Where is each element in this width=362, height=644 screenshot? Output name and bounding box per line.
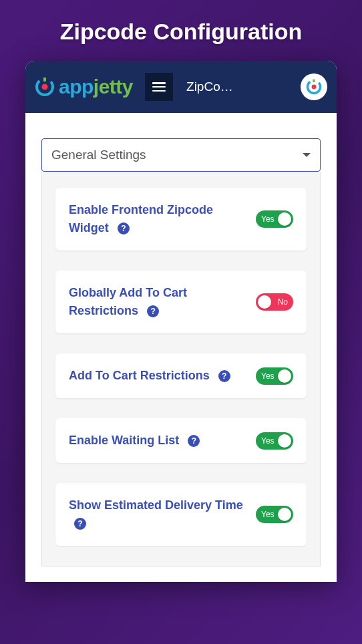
device-frame: appjetty ZipCo… General Settings Enable … bbox=[25, 61, 337, 582]
menu-button[interactable] bbox=[145, 73, 173, 101]
toggle-text: Yes bbox=[261, 214, 275, 224]
setting-card: Enable Frontend Zipcode Widget ?Yes bbox=[55, 188, 307, 251]
logo: appjetty bbox=[35, 75, 133, 98]
header-app-icon[interactable] bbox=[301, 73, 327, 100]
section-dropdown-label: General Settings bbox=[51, 148, 146, 162]
logo-icon bbox=[35, 77, 55, 97]
settings-panel: Enable Frontend Zipcode Widget ?YesGloba… bbox=[41, 172, 321, 567]
toggle-knob bbox=[278, 369, 291, 383]
toggle-knob bbox=[258, 295, 271, 309]
page-title: Zipcode Configuration bbox=[0, 0, 362, 61]
toggle[interactable]: No bbox=[256, 293, 293, 311]
setting-card: Enable Waiting List ?Yes bbox=[55, 418, 307, 463]
section-dropdown[interactable]: General Settings bbox=[41, 138, 321, 172]
app-header: appjetty ZipCo… bbox=[25, 61, 337, 113]
toggle-text: Yes bbox=[261, 510, 275, 519]
svg-point-1 bbox=[42, 84, 48, 90]
help-icon[interactable]: ? bbox=[188, 435, 200, 447]
setting-label: Show Estimated Delivery Time ? bbox=[69, 496, 248, 532]
logo-text: appjetty bbox=[59, 75, 133, 98]
svg-rect-2 bbox=[43, 77, 46, 82]
setting-label: Globally Add To Cart Restrictions ? bbox=[69, 284, 248, 320]
setting-card: Show Estimated Delivery Time ?Yes bbox=[55, 483, 307, 546]
help-icon[interactable]: ? bbox=[147, 305, 159, 317]
toggle-text: Yes bbox=[261, 436, 275, 446]
toggle[interactable]: Yes bbox=[256, 432, 293, 450]
svg-point-4 bbox=[312, 85, 317, 90]
toggle-knob bbox=[278, 434, 291, 448]
toggle-knob bbox=[278, 212, 291, 226]
help-icon[interactable]: ? bbox=[74, 518, 86, 530]
setting-card: Globally Add To Cart Restrictions ?No bbox=[55, 271, 307, 333]
chevron-down-icon bbox=[303, 153, 311, 157]
hamburger-icon bbox=[152, 82, 166, 92]
help-icon[interactable]: ? bbox=[118, 222, 130, 234]
svg-rect-5 bbox=[313, 79, 315, 82]
setting-label: Enable Frontend Zipcode Widget ? bbox=[69, 201, 248, 237]
toggle[interactable]: Yes bbox=[256, 210, 293, 228]
setting-label: Enable Waiting List ? bbox=[69, 432, 248, 450]
toggle-knob bbox=[278, 508, 291, 521]
toggle-text: Yes bbox=[261, 371, 275, 381]
toggle-text: No bbox=[278, 297, 288, 307]
app-body: General Settings Enable Frontend Zipcode… bbox=[25, 138, 337, 567]
help-icon[interactable]: ? bbox=[218, 370, 230, 382]
toggle[interactable]: Yes bbox=[256, 506, 293, 523]
header-title: ZipCo… bbox=[186, 79, 294, 94]
toggle[interactable]: Yes bbox=[256, 367, 293, 385]
setting-card: Add To Cart Restrictions ?Yes bbox=[55, 353, 307, 398]
setting-label: Add To Cart Restrictions ? bbox=[69, 367, 248, 385]
